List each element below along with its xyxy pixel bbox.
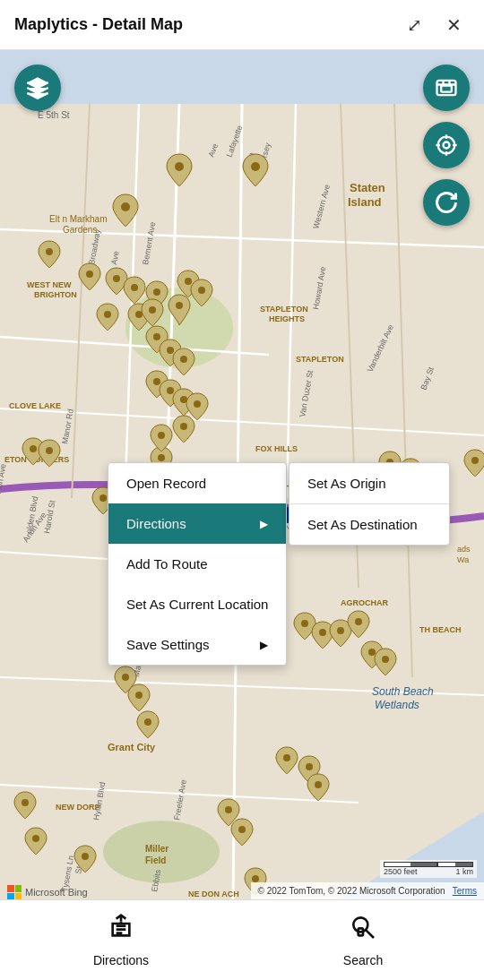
svg-point-82 xyxy=(86,271,93,278)
svg-text:Staten: Staten xyxy=(350,181,385,194)
svg-point-135 xyxy=(353,917,367,932)
svg-point-91 xyxy=(176,302,183,309)
refresh-button[interactable] xyxy=(423,179,470,226)
directions-arrow-icon: ▶ xyxy=(260,518,268,530)
svg-point-109 xyxy=(306,763,313,770)
photo-button[interactable] xyxy=(423,64,470,111)
svg-point-103 xyxy=(368,649,376,656)
svg-text:Wetlands: Wetlands xyxy=(375,699,419,711)
submenu: Set As Origin Set As Destination xyxy=(289,462,450,546)
svg-point-121 xyxy=(167,387,174,394)
svg-point-113 xyxy=(82,853,89,860)
menu-add-to-route[interactable]: Add To Route xyxy=(108,544,286,584)
svg-text:Miller: Miller xyxy=(145,844,169,854)
svg-point-93 xyxy=(46,447,53,454)
svg-rect-127 xyxy=(441,86,452,92)
svg-text:Wa: Wa xyxy=(457,555,469,564)
svg-point-87 xyxy=(198,287,205,294)
svg-point-102 xyxy=(355,618,362,625)
map-attribution: © 2022 TomTom, © 2022 Microsoft Corporat… xyxy=(251,882,484,899)
svg-point-99 xyxy=(301,620,308,627)
svg-text:STAPLETON: STAPLETON xyxy=(260,305,308,314)
svg-point-105 xyxy=(122,674,129,681)
map-background[interactable]: 278 278 E 5th St Staten Island Elt n xyxy=(0,50,484,899)
svg-point-83 xyxy=(113,275,120,282)
svg-point-112 xyxy=(32,835,39,842)
svg-point-115 xyxy=(238,826,246,833)
svg-point-89 xyxy=(135,311,143,318)
scale-km: 1 km xyxy=(455,867,473,876)
svg-point-114 xyxy=(225,806,232,813)
svg-point-84 xyxy=(131,284,138,291)
svg-point-120 xyxy=(153,378,160,385)
layers-button[interactable] xyxy=(14,64,61,111)
svg-point-90 xyxy=(149,306,156,314)
nav-search[interactable]: Search xyxy=(242,900,484,980)
svg-point-80 xyxy=(121,202,130,211)
windows-icon xyxy=(7,885,22,899)
copyright-text: © 2022 TomTom, © 2022 Microsoft Corporat… xyxy=(258,886,445,896)
svg-point-119 xyxy=(180,356,187,363)
svg-point-128 xyxy=(438,137,455,154)
search-nav-icon xyxy=(349,913,377,948)
svg-point-118 xyxy=(167,347,174,354)
svg-point-85 xyxy=(153,288,160,296)
scale-feet: 2500 feet xyxy=(384,867,418,876)
svg-point-129 xyxy=(444,142,450,149)
svg-point-117 xyxy=(153,333,160,340)
close-button[interactable]: ✕ xyxy=(437,9,470,41)
svg-text:E 5th St: E 5th St xyxy=(38,110,70,120)
svg-point-104 xyxy=(382,656,389,663)
svg-text:NE DON ACH: NE DON ACH xyxy=(188,890,239,898)
menu-set-current-location[interactable]: Set As Current Location xyxy=(108,584,286,624)
svg-point-79 xyxy=(175,162,184,171)
svg-text:Elt n Markham: Elt n Markham xyxy=(49,214,107,224)
svg-point-124 xyxy=(180,423,187,430)
location-button[interactable] xyxy=(423,122,470,168)
menu-directions[interactable]: Directions ▶ xyxy=(108,503,286,544)
svg-point-78 xyxy=(251,162,260,171)
nav-directions[interactable]: Directions xyxy=(0,900,242,980)
svg-point-97 xyxy=(471,457,479,464)
svg-point-88 xyxy=(104,311,111,318)
directions-nav-label: Directions xyxy=(93,953,149,967)
svg-point-108 xyxy=(283,754,290,761)
svg-text:AGROCHAR: AGROCHAR xyxy=(341,598,388,607)
svg-text:TH BEACH: TH BEACH xyxy=(419,625,462,634)
menu-save-settings[interactable]: Save Settings ▶ xyxy=(108,624,286,665)
svg-point-125 xyxy=(158,432,165,439)
svg-text:HEIGHTS: HEIGHTS xyxy=(269,314,305,323)
menu-open-record[interactable]: Open Record xyxy=(108,463,286,503)
submenu-set-destination[interactable]: Set As Destination xyxy=(290,504,449,545)
title-bar: Maplytics - Detail Map ⤢ ✕ xyxy=(0,0,484,50)
svg-text:STAPLETON: STAPLETON xyxy=(296,355,344,364)
svg-point-98 xyxy=(99,494,107,502)
svg-point-92 xyxy=(30,445,37,452)
scale-bar: 2500 feet 1 km xyxy=(380,860,477,878)
save-settings-arrow-icon: ▶ xyxy=(260,639,268,651)
bing-text: Microsoft Bing xyxy=(25,887,88,898)
bing-logo: Microsoft Bing xyxy=(7,885,88,899)
svg-text:ads: ads xyxy=(457,545,471,554)
submenu-set-origin[interactable]: Set As Origin xyxy=(290,463,449,503)
svg-text:BRIGHTON: BRIGHTON xyxy=(34,290,77,299)
svg-text:Field: Field xyxy=(145,855,166,865)
svg-point-81 xyxy=(46,248,53,255)
svg-point-107 xyxy=(144,718,151,726)
map-container: 278 278 E 5th St Staten Island Elt n xyxy=(0,50,484,899)
svg-point-106 xyxy=(135,692,143,699)
context-menu: Open Record Directions ▶ Add To Route Se… xyxy=(108,462,287,666)
svg-point-94 xyxy=(158,454,165,461)
svg-text:CLOVE LAKE: CLOVE LAKE xyxy=(9,401,61,410)
svg-text:Grant City: Grant City xyxy=(108,742,156,752)
terms-link[interactable]: Terms xyxy=(453,886,477,896)
svg-point-101 xyxy=(337,627,344,634)
title-icons: ⤢ ✕ xyxy=(398,9,470,41)
svg-point-110 xyxy=(315,781,322,788)
search-nav-label: Search xyxy=(343,953,383,967)
svg-point-116 xyxy=(252,875,259,882)
expand-button[interactable]: ⤢ xyxy=(398,9,430,41)
svg-point-123 xyxy=(194,400,201,408)
directions-nav-icon xyxy=(107,913,135,948)
svg-text:Island: Island xyxy=(348,195,382,209)
